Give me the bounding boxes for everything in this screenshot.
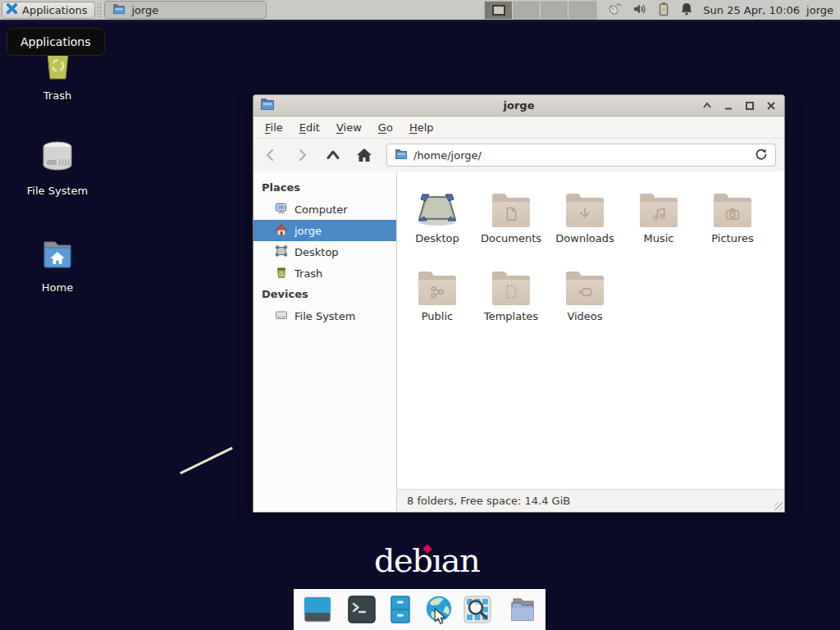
icon-grid: Desktop Documents Downlo [400,185,784,340]
status-bar: 8 folders, Free space: 14.4 GiB [397,489,784,512]
menu-edit[interactable]: Edit [291,118,328,137]
workspace-2[interactable] [513,2,541,19]
path-text[interactable]: /home/jorge/ [413,149,749,162]
file-item-downloads[interactable]: Downloads [548,185,622,262]
workspace-1[interactable] [485,2,513,19]
forward-button[interactable] [293,146,311,164]
menu-view[interactable]: View [328,118,370,137]
close-button[interactable] [765,99,778,112]
file-item-label: Downloads [555,232,614,244]
desktop-icon-file-system[interactable]: File System [12,136,103,197]
sidebar-item-trash[interactable]: Trash [253,262,396,284]
file-item-label: Templates [484,310,538,322]
terminal-launcher[interactable] [345,593,378,626]
desktop-places-icon [275,244,288,260]
sidebar-item-computer[interactable]: Computer [253,199,396,220]
desktop-icon-label: Trash [43,89,71,102]
file-item-public[interactable]: Public [400,262,474,340]
videos-folder-icon [566,276,604,305]
dock-panel [294,589,546,630]
applications-menu-button[interactable]: Applications [2,2,95,19]
sidebar: Places Computer jorge [253,171,397,512]
minimize-button[interactable] [722,99,735,112]
sidebar-places-header: Places [253,177,396,199]
up-button[interactable] [324,146,342,164]
reload-icon[interactable] [755,148,768,163]
file-item-pictures[interactable]: Pictures [696,185,769,262]
file-browser-launcher[interactable] [505,593,538,626]
menu-help[interactable]: Help [401,118,442,137]
file-item-templates[interactable]: Templates [474,262,548,340]
system-tray [607,2,693,19]
file-item-label: Documents [481,232,541,244]
drive-icon [275,308,288,324]
taskbar-window-label: jorge [131,4,158,16]
desktop-icon-label: Home [42,281,73,294]
sidebar-item-desktop[interactable]: Desktop [253,241,396,262]
file-item-label: Videos [567,310,602,322]
volume-icon[interactable] [632,2,647,19]
desktop: Applications jorge [0,0,840,630]
workspace-switcher[interactable] [484,1,597,20]
top-panel: Applications jorge [0,0,840,22]
file-item-label: Music [644,232,674,244]
maximize-button[interactable] [743,99,756,112]
toolbar: /home/jorge/ [253,139,784,171]
file-item-label: Public [422,310,453,322]
home-icon [275,223,288,239]
titlebar[interactable]: jorge [253,95,784,116]
computer-icon [275,202,288,217]
menubar: File Edit View Go Help [253,116,784,139]
sidebar-item-jorge[interactable]: jorge [253,220,396,241]
workspace-4[interactable] [568,2,596,19]
panel-clock[interactable]: Sun 25 Apr, 10:06 [703,4,800,16]
menu-go[interactable]: Go [370,118,401,137]
back-button[interactable] [262,146,280,164]
sidebar-item-file-system[interactable]: File System [253,305,396,326]
file-view[interactable]: Desktop Documents Downlo [397,171,784,489]
pictures-folder-icon [714,198,751,227]
status-text: 8 folders, Free space: 14.4 GiB [407,495,570,507]
file-item-documents[interactable]: Documents [474,185,548,262]
workspace-3[interactable] [541,2,568,19]
file-manager-launcher[interactable] [384,593,417,626]
shade-button[interactable] [701,99,714,112]
path-bar[interactable]: /home/jorge/ [386,144,776,167]
notifications-bell-icon[interactable] [680,2,693,19]
home-folder-icon [38,236,77,278]
sidebar-item-label: Desktop [294,246,339,258]
workspace-window-thumbnail [492,5,505,16]
folder-icon [112,3,126,17]
resize-grip[interactable] [774,502,783,510]
sidebar-item-label: jorge [294,225,322,237]
downloads-folder-icon [566,198,604,227]
sidebar-item-label: Trash [294,267,322,280]
panel-user-menu[interactable]: jorge [806,4,833,16]
window-folder-icon [260,98,275,113]
menu-file[interactable]: File [257,118,291,137]
file-item-music[interactable]: Music [622,185,696,262]
file-item-videos[interactable]: Videos [548,262,622,340]
main-pane: Desktop Documents Downlo [397,171,784,512]
sidebar-devices-header: Devices [253,284,396,305]
public-folder-icon [418,276,456,305]
window-body: Places Computer jorge [253,171,784,512]
show-desktop-button[interactable] [301,593,334,626]
sidebar-item-label: File System [294,310,355,322]
taskbar-window-button[interactable]: jorge [104,1,267,19]
app-finder-launcher[interactable] [461,593,494,626]
file-manager-window: jorge File Edit View Go Help [253,94,785,513]
mouse-icon[interactable] [607,2,623,19]
hard-drive-icon [38,136,77,181]
web-browser-launcher[interactable] [422,593,455,626]
desktop-special-icon [416,185,459,227]
battery-icon[interactable] [657,2,670,19]
debian-logo: debıan [374,541,479,579]
path-folder-icon [395,148,408,162]
panel-separator-handle [97,2,103,17]
tooltip-text: Applications [21,35,91,48]
desktop-icon-home[interactable]: Home [12,236,103,294]
file-item-desktop[interactable]: Desktop [400,185,474,262]
home-button[interactable] [355,146,373,164]
documents-folder-icon [492,198,530,227]
